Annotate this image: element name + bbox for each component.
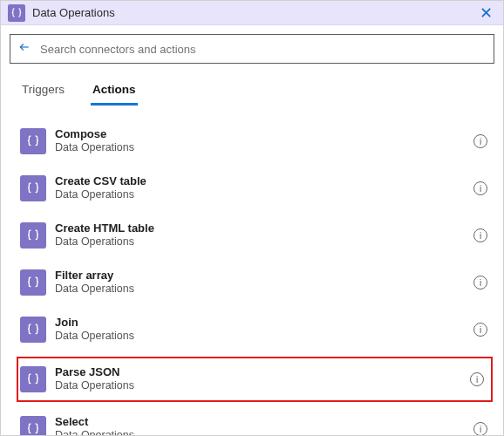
braces-icon	[20, 416, 46, 435]
info-icon[interactable]: i	[473, 323, 487, 337]
info-icon[interactable]: i	[473, 276, 487, 290]
action-title: Create CSV table	[55, 174, 473, 188]
action-subtitle: Data Operations	[55, 141, 473, 155]
action-title: Select	[55, 415, 473, 429]
action-text: JoinData Operations	[55, 316, 473, 344]
action-text: SelectData Operations	[55, 415, 473, 435]
braces-icon	[20, 222, 46, 249]
info-icon[interactable]: i	[473, 134, 487, 148]
action-row[interactable]: JoinData Operationsi	[20, 310, 493, 350]
braces-icon	[20, 366, 46, 392]
actions-list: ComposeData OperationsiCreate CSV tableD…	[1, 106, 503, 435]
data-operations-panel: Data Operations ✕ Triggers Actions Compo…	[0, 0, 504, 436]
tab-triggers[interactable]: Triggers	[20, 78, 66, 105]
action-title: Create HTML table	[55, 221, 473, 235]
action-text: Create HTML tableData Operations	[55, 221, 473, 249]
action-text: ComposeData Operations	[55, 127, 473, 155]
back-arrow-icon[interactable]	[17, 41, 31, 57]
search-container	[1, 25, 503, 71]
braces-icon	[20, 175, 46, 201]
action-row[interactable]: Create HTML tableData Operationsi	[20, 215, 493, 255]
action-subtitle: Data Operations	[55, 283, 473, 296]
action-subtitle: Data Operations	[55, 379, 470, 393]
info-icon[interactable]: i	[473, 181, 487, 195]
tab-actions[interactable]: Actions	[91, 78, 138, 105]
action-text: Create CSV tableData Operations	[55, 174, 473, 202]
action-row[interactable]: Filter arrayData Operationsi	[20, 262, 493, 303]
info-icon[interactable]: i	[473, 422, 487, 435]
action-text: Parse JSONData Operations	[55, 365, 470, 393]
info-icon[interactable]: i	[470, 372, 484, 386]
action-row[interactable]: ComposeData Operationsi	[20, 121, 493, 161]
action-title: Join	[55, 316, 473, 330]
action-row[interactable]: SelectData Operationsi	[20, 409, 493, 435]
action-row[interactable]: Parse JSONData Operationsi	[17, 357, 493, 402]
action-title: Parse JSON	[55, 365, 470, 379]
action-text: Filter arrayData Operations	[55, 269, 473, 296]
info-icon[interactable]: i	[473, 228, 487, 242]
action-title: Compose	[55, 127, 473, 141]
tabs: Triggers Actions	[1, 71, 503, 106]
panel-header: Data Operations ✕	[1, 1, 503, 25]
search-box[interactable]	[10, 34, 494, 64]
close-button[interactable]: ✕	[476, 3, 496, 23]
action-row[interactable]: Create CSV tableData Operationsi	[20, 168, 493, 208]
panel-title: Data Operations	[32, 6, 476, 19]
braces-icon	[20, 128, 46, 154]
action-subtitle: Data Operations	[55, 235, 473, 249]
search-input[interactable]	[40, 43, 487, 56]
action-title: Filter array	[55, 269, 473, 283]
braces-icon	[20, 269, 46, 296]
action-subtitle: Data Operations	[55, 188, 473, 202]
action-subtitle: Data Operations	[55, 429, 473, 435]
action-subtitle: Data Operations	[55, 330, 473, 344]
braces-icon	[8, 4, 25, 22]
braces-icon	[20, 317, 46, 343]
